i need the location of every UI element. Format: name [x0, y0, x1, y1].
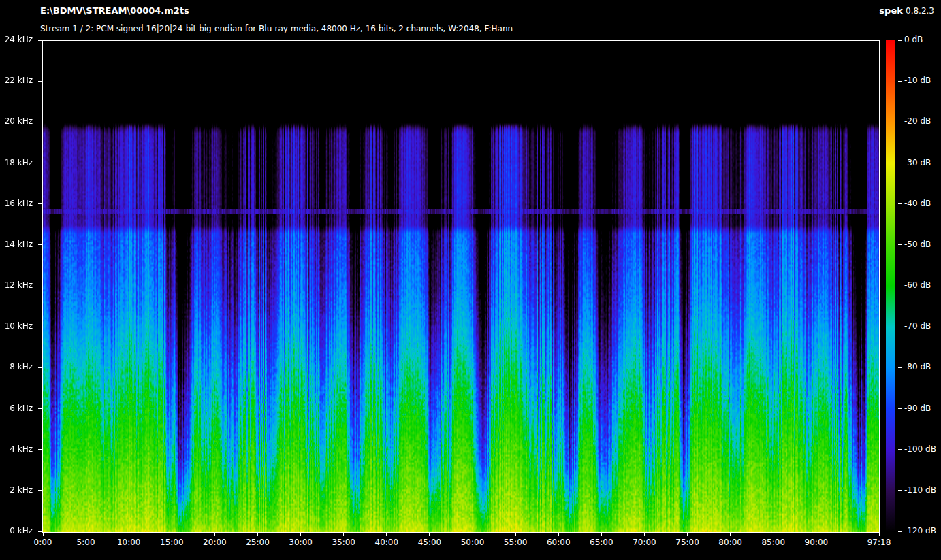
freq-axis-label: 10 kHz — [1, 321, 33, 331]
time-axis-label: 55:00 — [499, 538, 532, 547]
time-axis-tick — [386, 533, 387, 536]
freq-axis-label: 6 kHz — [1, 403, 33, 413]
time-axis-label: 25:00 — [242, 538, 274, 547]
legend-tick — [898, 327, 902, 327]
freq-axis-tick — [38, 449, 42, 450]
time-axis-label: 15:00 — [155, 538, 188, 547]
freq-axis-label: 0 kHz — [1, 526, 33, 536]
legend-tick — [898, 203, 902, 204]
time-axis-tick — [473, 533, 473, 536]
legend-label: -30 dB — [904, 158, 931, 167]
legend-tick — [898, 122, 902, 122]
time-axis-tick — [129, 533, 129, 536]
time-axis-tick — [730, 533, 731, 536]
time-axis-tick — [644, 533, 645, 536]
time-axis-label: 65:00 — [585, 538, 618, 547]
app-version-label: 0.8.2.3 — [906, 6, 934, 16]
freq-axis-label: 14 kHz — [1, 240, 33, 249]
time-axis-tick — [601, 533, 602, 536]
time-axis-tick — [86, 533, 86, 536]
freq-axis-label: 8 kHz — [1, 362, 33, 372]
freq-axis-label: 12 kHz — [1, 280, 33, 290]
app-name-label: spek — [879, 5, 903, 16]
time-axis-tick — [816, 533, 816, 536]
freq-axis-label: 22 kHz — [1, 76, 33, 85]
time-axis-label: 97:18 — [863, 538, 895, 547]
legend-tick — [898, 40, 902, 41]
legend-tick — [898, 286, 902, 286]
legend-label: -90 dB — [904, 403, 931, 413]
spectrogram-plot — [42, 40, 880, 533]
freq-axis-label: 16 kHz — [1, 199, 33, 208]
time-axis-label: 0:00 — [27, 538, 59, 547]
time-axis-tick — [773, 533, 773, 536]
freq-axis-tick — [38, 81, 42, 82]
legend-tick — [898, 490, 902, 491]
freq-axis-tick — [38, 122, 42, 122]
app-brand: spek 0.8.2.3 — [879, 5, 934, 16]
legend-label: -80 dB — [904, 362, 931, 372]
legend-label: -20 dB — [904, 116, 931, 126]
spectrogram-canvas — [43, 41, 879, 532]
time-axis-label: 45:00 — [413, 538, 446, 547]
freq-axis-label: 2 kHz — [1, 485, 33, 495]
freq-axis-tick — [38, 531, 42, 532]
legend-label: -40 dB — [904, 199, 931, 208]
time-axis-label: 60:00 — [542, 538, 575, 547]
freq-axis-label: 4 kHz — [1, 444, 33, 454]
time-axis-label: 20:00 — [198, 538, 231, 547]
time-axis-tick — [558, 533, 559, 536]
freq-axis-label: 24 kHz — [1, 35, 33, 44]
spek-window: { "header": { "file_path": "E:\\BDMV\\ST… — [0, 0, 941, 560]
time-axis-label: 85:00 — [757, 538, 790, 547]
freq-axis-tick — [38, 408, 42, 409]
time-axis-tick — [43, 533, 44, 536]
legend-tick — [898, 244, 902, 245]
time-axis-label: 75:00 — [671, 538, 704, 547]
legend-label: -100 dB — [904, 444, 936, 454]
legend-gradient-bar — [886, 40, 895, 532]
time-axis-tick — [214, 533, 215, 536]
time-axis-label: 5:00 — [69, 538, 102, 547]
legend-label: -70 dB — [904, 321, 931, 331]
time-axis-tick — [879, 533, 880, 536]
legend-tick — [898, 449, 902, 450]
time-axis-tick — [515, 533, 516, 536]
legend-label: -10 dB — [904, 76, 931, 85]
freq-axis-tick — [38, 244, 42, 245]
freq-axis-tick — [38, 327, 42, 327]
freq-axis-tick — [38, 367, 42, 368]
legend-label: -50 dB — [904, 240, 931, 249]
time-axis-tick — [257, 533, 258, 536]
legend-tick — [898, 408, 902, 409]
time-axis-label: 30:00 — [285, 538, 317, 547]
time-axis-tick — [429, 533, 430, 536]
freq-axis-tick — [38, 163, 42, 163]
freq-axis-tick — [38, 203, 42, 204]
time-axis-label: 10:00 — [112, 538, 145, 547]
legend-tick — [898, 367, 902, 368]
freq-axis-tick — [38, 40, 42, 41]
legend-label: -110 dB — [904, 485, 936, 495]
stream-info-subtitle: Stream 1 / 2: PCM signed 16|20|24-bit bi… — [40, 24, 513, 33]
legend-label: -120 dB — [904, 526, 936, 536]
freq-axis-label: 18 kHz — [1, 158, 33, 167]
time-axis-tick — [172, 533, 172, 536]
freq-axis-label: 20 kHz — [1, 116, 33, 126]
freq-axis-tick — [38, 490, 42, 491]
legend-label: 0 dB — [904, 35, 923, 44]
time-axis-tick — [343, 533, 344, 536]
time-axis-label: 40:00 — [370, 538, 403, 547]
time-axis-label: 80:00 — [714, 538, 747, 547]
legend-tick — [898, 531, 902, 532]
time-axis-label: 50:00 — [456, 538, 489, 547]
file-path-title: E:\BDMV\STREAM\00004.m2ts — [40, 5, 189, 16]
freq-axis-tick — [38, 286, 42, 286]
legend-label: -60 dB — [904, 280, 931, 290]
time-axis-label: 35:00 — [328, 538, 360, 547]
time-axis-label: 90:00 — [800, 538, 833, 547]
time-axis-label: 70:00 — [628, 538, 660, 547]
legend-tick — [898, 81, 902, 82]
legend-tick — [898, 163, 902, 163]
time-axis-tick — [300, 533, 301, 536]
